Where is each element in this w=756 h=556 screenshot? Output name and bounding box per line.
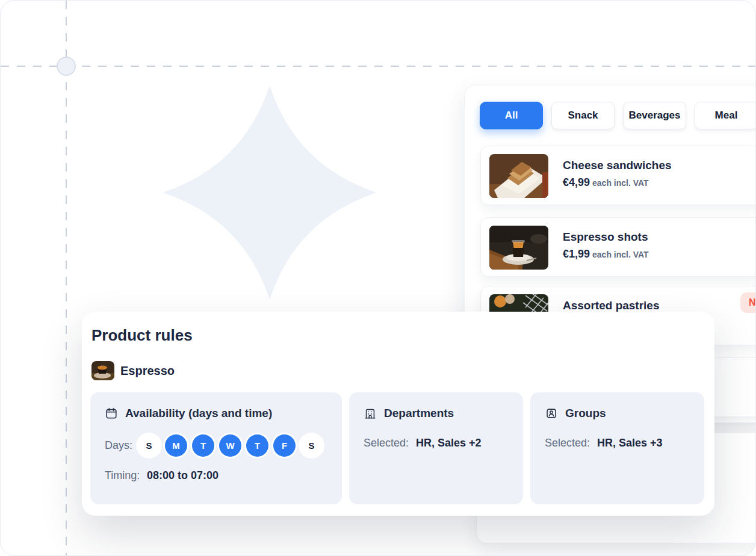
- product-price: €4,99: [563, 176, 590, 188]
- sparkle-decoration: [163, 85, 377, 300]
- product-card-cheese-sandwiches[interactable]: Cheese sandwiches €4,99each incl. VAT: [480, 146, 756, 205]
- availability-title: Availability (days and time): [125, 407, 272, 420]
- product-price: €1,99: [563, 248, 590, 260]
- vertical-guide-line: [66, 1, 67, 556]
- days-label: Days:: [105, 439, 134, 452]
- product-name: Cheese sandwiches: [563, 159, 672, 172]
- groups-selected-label: Selected:: [545, 437, 590, 449]
- guide-anchor-dot[interactable]: [57, 57, 76, 76]
- day-toggle-6[interactable]: S: [300, 434, 323, 457]
- building-icon: [364, 407, 377, 420]
- modal-product-name: Espresso: [120, 364, 175, 378]
- tab-beverages[interactable]: Beverages: [623, 102, 686, 129]
- day-toggle-4[interactable]: T: [246, 434, 268, 457]
- cheese-sandwich-image: [489, 154, 548, 198]
- product-name: Espresso shots: [563, 230, 649, 244]
- product-card-espresso-shots[interactable]: Espresso shots €1,99each incl. VAT: [480, 217, 756, 277]
- espresso-shot-image: [489, 226, 548, 270]
- calendar-icon: [105, 407, 118, 420]
- rule-cards-row: Availability (days and time) Days: SMTWT…: [90, 392, 704, 504]
- departments-selected-label: Selected:: [364, 437, 409, 449]
- product-name: Assorted pastries: [563, 299, 660, 312]
- person-badge-icon: [545, 407, 558, 420]
- design-canvas: All Snack Beverages Meal Cheese sand: [0, 0, 756, 556]
- modal-product-row: Espresso: [91, 361, 175, 380]
- price-note: each incl. VAT: [592, 178, 649, 188]
- price-note: each incl. VAT: [592, 250, 649, 259]
- tab-snack[interactable]: Snack: [551, 102, 615, 129]
- groups-title: Groups: [565, 407, 606, 420]
- departments-card[interactable]: Departments Selected: HR, Sales +2: [349, 392, 523, 504]
- groups-selected-value: HR, Sales +3: [597, 437, 663, 449]
- timing-value: 08:00 to 07:00: [147, 469, 218, 482]
- tab-all[interactable]: All: [480, 102, 543, 129]
- timing-label: Timing:: [105, 469, 146, 482]
- day-toggle-1[interactable]: M: [165, 434, 187, 457]
- availability-badge: No: [740, 292, 756, 313]
- day-toggle-0[interactable]: S: [138, 434, 160, 457]
- days-row: SMTWTFS: [138, 434, 327, 457]
- day-toggle-3[interactable]: W: [219, 434, 241, 457]
- day-toggle-2[interactable]: T: [192, 434, 214, 457]
- departments-selected-value: HR, Sales +2: [416, 437, 482, 449]
- product-rules-modal: Product rules Espresso: [82, 312, 714, 516]
- horizontal-guide-line: [1, 66, 756, 67]
- groups-card[interactable]: Groups Selected: HR, Sales +3: [530, 392, 704, 504]
- availability-card[interactable]: Availability (days and time) Days: SMTWT…: [90, 392, 342, 504]
- espresso-thumbnail: [91, 361, 114, 380]
- tab-meal[interactable]: Meal: [695, 102, 756, 129]
- departments-title: Departments: [384, 407, 454, 420]
- day-toggle-5[interactable]: F: [273, 434, 296, 457]
- category-tabs: All Snack Beverages Meal: [480, 102, 756, 129]
- modal-title: Product rules: [91, 326, 193, 345]
